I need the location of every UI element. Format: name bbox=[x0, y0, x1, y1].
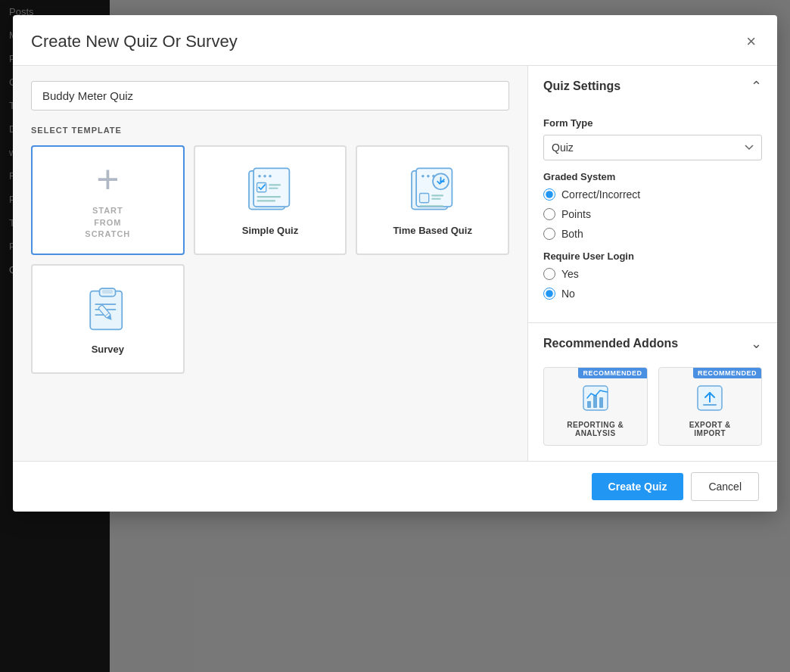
template-card-scratch[interactable]: + STARTFROMSCRATCH bbox=[31, 145, 185, 255]
modal-title: Create New Quiz Or Survey bbox=[31, 32, 238, 51]
svg-point-13 bbox=[427, 175, 430, 178]
reporting-badge: Recommended bbox=[578, 368, 646, 378]
reporting-icon-wrap bbox=[580, 383, 611, 416]
chevron-up-icon: ⌃ bbox=[751, 78, 762, 95]
export-icon-wrap bbox=[695, 383, 725, 416]
template-card-survey[interactable]: Survey bbox=[31, 264, 185, 374]
modal-header: Create New Quiz Or Survey × bbox=[13, 15, 777, 66]
template-grid-row1: + STARTFROMSCRATCH bbox=[31, 145, 509, 255]
template-section-label: SELECT TEMPLATE bbox=[31, 126, 509, 135]
form-type-select[interactable]: Quiz Survey bbox=[543, 135, 762, 160]
graded-points-label: Points bbox=[561, 208, 591, 220]
time-quiz-label: Time Based Quiz bbox=[393, 225, 472, 236]
addons-title: Recommended Addons bbox=[543, 337, 678, 350]
require-login-label: Require User Login bbox=[543, 250, 762, 262]
login-yes-radio[interactable] bbox=[543, 268, 555, 280]
survey-icon bbox=[81, 283, 134, 336]
export-icon bbox=[695, 383, 725, 413]
login-no-item[interactable]: No bbox=[543, 288, 762, 300]
create-quiz-button[interactable]: Create Quiz bbox=[592, 473, 684, 500]
right-panel: Quiz Settings ⌃ Form Type Quiz Survey Gr… bbox=[527, 66, 777, 461]
export-badge: Recommended bbox=[693, 368, 761, 378]
reporting-name: REPORTING &ANALYSIS bbox=[567, 421, 624, 437]
graded-correct-label: Correct/Incorrect bbox=[561, 188, 640, 201]
svg-rect-8 bbox=[257, 196, 281, 198]
graded-points-radio[interactable] bbox=[543, 208, 555, 220]
svg-rect-19 bbox=[431, 198, 440, 200]
graded-points-item[interactable]: Points bbox=[543, 208, 762, 220]
svg-rect-9 bbox=[257, 200, 275, 201]
addons-header[interactable]: Recommended Addons ⌄ bbox=[528, 323, 777, 364]
svg-rect-23 bbox=[102, 290, 113, 294]
svg-point-12 bbox=[421, 175, 425, 178]
graded-correct-item[interactable]: Correct/Incorrect bbox=[543, 188, 762, 201]
export-name: EXPORT &IMPORT bbox=[689, 421, 731, 437]
template-card-time[interactable]: Time Based Quiz bbox=[356, 145, 509, 255]
graded-system-group: Correct/Incorrect Points Both bbox=[543, 188, 762, 240]
addon-card-export[interactable]: Recommended EXPORT &IMPORT bbox=[658, 367, 763, 446]
graded-system-label: Graded System bbox=[543, 171, 762, 182]
template-card-simple[interactable]: Simple Quiz bbox=[194, 145, 347, 255]
svg-rect-6 bbox=[269, 184, 281, 185]
addon-card-reporting[interactable]: Recommended REPORTING &ANAL bbox=[543, 367, 648, 446]
svg-rect-17 bbox=[419, 194, 428, 203]
modal-dialog: Create New Quiz Or Survey × SELECT TEMPL… bbox=[13, 15, 777, 512]
require-login-group: Yes No bbox=[543, 268, 762, 300]
login-no-radio[interactable] bbox=[543, 288, 555, 300]
scratch-label: STARTFROMSCRATCH bbox=[85, 205, 130, 240]
quiz-settings-title: Quiz Settings bbox=[543, 79, 620, 93]
modal-close-button[interactable]: × bbox=[743, 30, 759, 53]
graded-both-radio[interactable] bbox=[543, 228, 555, 240]
simple-quiz-label: Simple Quiz bbox=[242, 225, 298, 236]
svg-rect-7 bbox=[269, 188, 278, 189]
cancel-button[interactable]: Cancel bbox=[691, 472, 759, 501]
svg-rect-20 bbox=[419, 205, 443, 207]
quiz-name-input[interactable] bbox=[31, 81, 509, 110]
left-panel: SELECT TEMPLATE + STARTFROMSCRATCH bbox=[13, 66, 527, 461]
modal-overlay: Create New Quiz Or Survey × SELECT TEMPL… bbox=[0, 0, 790, 672]
svg-point-4 bbox=[269, 175, 272, 178]
quiz-settings-body: Form Type Quiz Survey Graded System Corr… bbox=[528, 117, 777, 322]
addons-body: Recommended REPORTING &ANAL bbox=[528, 364, 777, 461]
time-quiz-icon bbox=[406, 164, 459, 217]
addons-section: Recommended Addons ⌄ Recommended bbox=[528, 323, 777, 461]
modal-body: SELECT TEMPLATE + STARTFROMSCRATCH bbox=[13, 66, 777, 461]
svg-rect-31 bbox=[587, 401, 591, 408]
svg-rect-32 bbox=[593, 395, 597, 408]
svg-point-3 bbox=[263, 175, 266, 178]
login-yes-item[interactable]: Yes bbox=[543, 268, 762, 280]
survey-label: Survey bbox=[92, 344, 124, 355]
plus-icon: + bbox=[96, 160, 119, 199]
template-grid-row2: Survey bbox=[31, 264, 509, 374]
login-yes-label: Yes bbox=[561, 268, 579, 280]
modal-footer: Create Quiz Cancel bbox=[13, 461, 777, 512]
svg-rect-18 bbox=[431, 194, 443, 196]
quiz-settings-section: Quiz Settings ⌃ Form Type Quiz Survey Gr… bbox=[528, 66, 777, 323]
graded-both-item[interactable]: Both bbox=[543, 228, 762, 240]
simple-quiz-icon bbox=[244, 164, 297, 217]
login-no-label: No bbox=[561, 288, 575, 300]
svg-rect-33 bbox=[599, 397, 603, 408]
reporting-icon bbox=[580, 383, 611, 413]
graded-correct-radio[interactable] bbox=[543, 188, 555, 201]
quiz-settings-header[interactable]: Quiz Settings ⌃ bbox=[528, 66, 777, 107]
svg-point-2 bbox=[258, 175, 261, 178]
graded-both-label: Both bbox=[561, 228, 583, 240]
form-type-label: Form Type bbox=[543, 117, 762, 129]
chevron-down-icon: ⌄ bbox=[751, 335, 762, 352]
